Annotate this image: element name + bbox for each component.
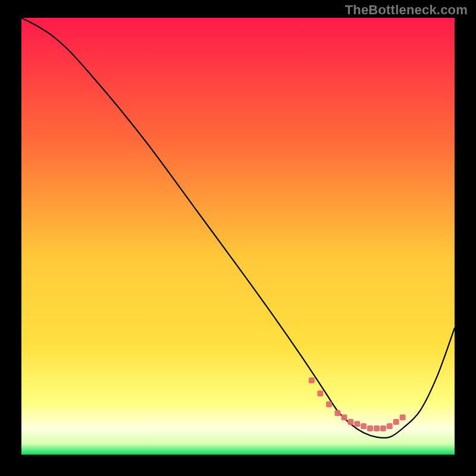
flat-marker [374,425,380,431]
flat-marker [309,377,315,383]
flat-marker [326,402,332,408]
flat-marker [354,421,360,427]
flat-marker [387,423,393,429]
watermark-text: TheBottleneck.com [345,2,468,18]
flat-marker [393,419,399,425]
flat-marker [361,423,367,429]
gradient-background [21,18,455,455]
flat-marker [347,419,353,425]
chart-outer: TheBottleneck.com [0,0,476,476]
flat-marker [317,390,323,396]
flat-marker [367,425,373,431]
bottleneck-chart [21,18,455,455]
flat-marker [341,415,347,421]
flat-marker [380,425,386,431]
flat-marker [334,410,340,416]
plot-area [21,18,455,455]
flat-marker [400,415,406,421]
